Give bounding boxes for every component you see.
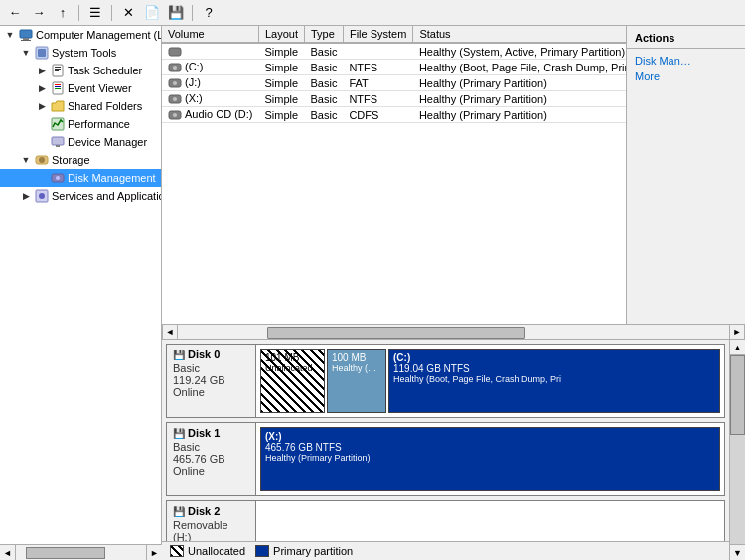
- vscroll-thumb[interactable]: [730, 355, 745, 435]
- cell-type: Basic: [305, 75, 344, 91]
- svg-point-24: [173, 66, 177, 70]
- expander-services-applications[interactable]: ▶: [18, 188, 34, 204]
- legend-unallocated-label: Unallocated: [188, 545, 245, 557]
- disk-table-container: Volume Layout Type File System Status Ca…: [162, 26, 626, 324]
- disk1-part-x[interactable]: (X:) 465.76 GB NTFS Healthy (Primary Par…: [260, 427, 720, 491]
- system-tools-icon: [34, 45, 50, 61]
- expander-storage[interactable]: ▼: [18, 152, 34, 168]
- col-layout[interactable]: Layout: [258, 26, 304, 43]
- cell-layout: Simple: [258, 107, 304, 123]
- disk-row-1: 💾 Disk 1 Basic 465.76 GB Online (X:) 465…: [166, 422, 725, 496]
- expander-task-scheduler[interactable]: ▶: [34, 63, 50, 78]
- up-button[interactable]: ↑: [52, 2, 74, 24]
- legend-primary-label: Primary partition: [273, 545, 353, 557]
- tree-item-shared-folders[interactable]: ▶ Shared Folders: [0, 97, 161, 115]
- export-button[interactable]: 💾: [165, 2, 187, 24]
- cell-type: Basic: [305, 91, 344, 107]
- tree-item-disk-management[interactable]: Disk Management: [0, 169, 161, 187]
- hscroll-right-arrow[interactable]: ►: [729, 324, 745, 340]
- cell-status: Healthy (Boot, Page File, Crash Dump, Pr…: [413, 60, 626, 75]
- disk0-map: 101 MB Unallocated 100 MB Healthy (Syste…: [256, 345, 724, 417]
- disk-management-icon: [50, 170, 66, 186]
- tree-label-shared-folders: Shared Folders: [68, 100, 142, 112]
- device-manager-icon: [50, 134, 66, 150]
- cell-layout: Simple: [258, 60, 304, 75]
- tree-item-system-tools[interactable]: ▼ System Tools: [0, 44, 161, 62]
- expander-system-tools[interactable]: ▼: [18, 45, 34, 61]
- disk1-icon: 💾: [173, 428, 185, 439]
- cell-layout: Simple: [258, 75, 304, 91]
- tree-item-task-scheduler[interactable]: ▶ Task Scheduler: [0, 62, 161, 79]
- forward-button[interactable]: →: [28, 2, 50, 24]
- tree-scroll-thumb[interactable]: [26, 547, 105, 559]
- cell-volume: (C:): [162, 60, 258, 75]
- separator-3: [192, 5, 193, 21]
- tree-hscroll[interactable]: ◄ ►: [0, 544, 162, 560]
- tree-label-system-tools: System Tools: [52, 47, 116, 59]
- services-icon: [34, 188, 50, 204]
- right-panel: Volume Layout Type File System Status Ca…: [162, 26, 745, 560]
- disk-info-0: 💾 Disk 0 Basic 119.24 GB Online: [167, 345, 256, 417]
- help-button[interactable]: ?: [198, 2, 220, 24]
- col-filesystem[interactable]: File System: [343, 26, 412, 43]
- table-row[interactable]: SimpleBasicHealthy (System, Active, Prim…: [162, 43, 626, 60]
- col-type[interactable]: Type: [305, 26, 344, 43]
- tree-scroll-right[interactable]: ►: [146, 545, 162, 560]
- vscroll-down-arrow[interactable]: ▼: [730, 544, 746, 560]
- hscroll-thumb[interactable]: [267, 327, 525, 339]
- table-row[interactable]: (J:)SimpleBasicFATHealthy (Primary Parti…: [162, 75, 626, 91]
- cell-type: Basic: [305, 60, 344, 75]
- tree-item-computer-management[interactable]: ▼ Computer Management (Local: [0, 26, 161, 44]
- tree-item-event-viewer[interactable]: ▶ Event Viewer: [0, 79, 161, 97]
- actions-panel: Actions Disk Man… More: [626, 26, 745, 324]
- tree-label-services-applications: Services and Applications: [52, 190, 162, 202]
- svg-rect-12: [55, 88, 61, 89]
- tree-item-performance[interactable]: Performance: [0, 115, 161, 133]
- tree-item-services-applications[interactable]: ▶ Services and Applications: [0, 187, 161, 205]
- col-status[interactable]: Status: [413, 26, 626, 43]
- svg-rect-7: [55, 69, 61, 70]
- legend-primary-box: [255, 545, 269, 557]
- expander-performance[interactable]: [34, 116, 50, 132]
- expander-event-viewer[interactable]: ▶: [34, 80, 50, 96]
- cell-layout: Simple: [258, 43, 304, 60]
- tree-label-device-manager: Device Manager: [68, 136, 147, 148]
- svg-rect-8: [55, 70, 59, 71]
- vscrollbar[interactable]: ▲ ▼: [729, 340, 745, 560]
- hscroll-left-arrow[interactable]: ◄: [162, 324, 178, 340]
- expander-device-manager[interactable]: [34, 134, 50, 150]
- expander-disk-management[interactable]: [34, 170, 50, 186]
- tree-scroll-left[interactable]: ◄: [0, 545, 16, 560]
- properties-button[interactable]: 📄: [141, 2, 163, 24]
- expander-shared-folders[interactable]: ▶: [34, 98, 50, 114]
- disk1-map: (X:) 465.76 GB NTFS Healthy (Primary Par…: [256, 423, 724, 495]
- legend-bar: Unallocated Primary partition: [162, 541, 745, 560]
- cell-fs: FAT: [343, 75, 412, 91]
- delete-button[interactable]: ✕: [117, 2, 139, 24]
- table-row[interactable]: (X:)SimpleBasicNTFSHealthy (Primary Part…: [162, 91, 626, 107]
- cell-volume: (X:): [162, 91, 258, 107]
- back-button[interactable]: ←: [4, 2, 26, 24]
- tree-item-storage[interactable]: ▼ Storage: [0, 151, 161, 169]
- main-layout: ▼ Computer Management (Local ▼ System To…: [0, 26, 745, 560]
- disk0-part-unallocated[interactable]: 101 MB Unallocated: [260, 349, 325, 413]
- table-row[interactable]: (C:)SimpleBasicNTFSHealthy (Boot, Page F…: [162, 60, 626, 75]
- disk0-part-system[interactable]: 100 MB Healthy (Syste: [327, 349, 386, 413]
- action-disk-management[interactable]: Disk Man…: [627, 53, 745, 69]
- col-volume[interactable]: Volume: [162, 26, 258, 43]
- event-viewer-icon: [50, 80, 66, 96]
- table-row[interactable]: Audio CD (D:)SimpleBasicCDFSHealthy (Pri…: [162, 107, 626, 123]
- vscroll-track[interactable]: [730, 355, 745, 544]
- h-scrollbar[interactable]: ◄ ►: [162, 324, 745, 340]
- performance-icon: [50, 116, 66, 132]
- cell-status: Healthy (Primary Partition): [413, 91, 626, 107]
- hscroll-track[interactable]: [178, 325, 729, 339]
- show-hide-button[interactable]: ☰: [84, 2, 106, 24]
- vscroll-up-arrow[interactable]: ▲: [730, 340, 746, 355]
- disk0-part-c[interactable]: (C:) 119.04 GB NTFS Healthy (Boot, Page …: [388, 349, 720, 413]
- tree-item-device-manager[interactable]: Device Manager: [0, 133, 161, 151]
- action-more[interactable]: More: [627, 69, 745, 84]
- svg-rect-0: [20, 30, 32, 38]
- svg-rect-14: [52, 137, 64, 145]
- expander-computer-management[interactable]: ▼: [2, 27, 18, 43]
